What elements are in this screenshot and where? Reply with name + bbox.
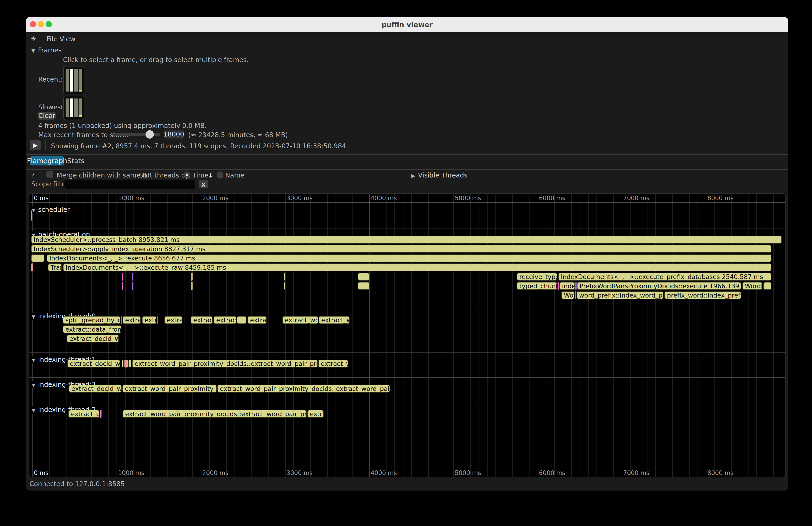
scope-bar[interactable]: receive_typed_ [517,273,557,281]
sort-name-radio[interactable] [217,172,223,178]
scope-bar[interactable] [122,273,123,281]
max-frames-value[interactable]: 18000 [164,130,184,138]
scope-bar[interactable]: Word [561,291,575,299]
axis-tick-label: 7000 ms [623,469,649,477]
scope-bar[interactable]: Trans [48,263,62,271]
scope-bar-label: word_prefix::index_word_prefix_ [577,292,663,299]
scope-bar[interactable]: extract_word_pair_proximity_docids::extr… [132,360,318,367]
scope-bar[interactable]: extrac [307,410,324,418]
flamegraph-panel[interactable]: 0 ms0 ms1000 ms1000 ms2000 ms2000 ms3000… [29,193,786,477]
scope-bar[interactable]: prefix_word::index_prefix_wo [664,291,741,299]
scope-bar[interactable] [284,273,285,281]
merge-children-checkbox[interactable] [46,171,53,178]
scope-bar[interactable] [575,291,576,299]
scope-bar[interactable] [191,282,192,290]
scope-bar[interactable] [31,254,44,262]
scope-bar[interactable] [557,282,559,290]
scope-bar[interactable]: extract_wo [319,316,350,324]
controls-separator [134,171,134,179]
scope-bar[interactable] [128,360,131,367]
divider [26,154,788,155]
scope-bar[interactable] [763,282,771,290]
sort-time-radio[interactable] [184,172,190,178]
scope-bar[interactable]: extra [142,316,156,324]
scope-bar[interactable] [100,410,102,418]
scope-bar[interactable]: IndexDocuments<_, _>::execute 8656.677 m… [47,254,771,262]
frame-thumbnail-bar[interactable] [78,99,82,117]
visible-threads-header[interactable]: ▶Visible Threads [411,172,467,179]
visible-threads-label: Visible Threads [418,172,467,179]
scope-bar[interactable] [132,273,133,281]
sort-direction-icon[interactable]: ⬇ [208,172,213,179]
thread-header-scheduler[interactable]: ▼scheduler [31,206,73,214]
scope-bar[interactable] [121,316,122,324]
scope-bar[interactable]: extract_word_pair_proximity_docids::extr… [217,385,390,393]
scope-bar[interactable]: extract_docid_word [67,335,119,342]
sort-name-label[interactable]: Name [225,172,245,179]
scope-bar-label: IndexDocuments<_, _>::execute_prefix_dat… [559,273,771,280]
tab-flamegraph[interactable]: Flamegraph [30,156,64,165]
tab-stats[interactable]: Stats [68,156,84,165]
frame-thumbnail-bar[interactable] [74,99,78,117]
max-frames-slider-knob[interactable] [146,130,154,138]
frame-thumbnail-bar[interactable] [74,69,78,91]
recent-frames-thumbnail[interactable] [63,66,84,94]
scope-bar[interactable]: index [560,282,575,290]
scope-bar[interactable]: WordPr [742,282,762,290]
frame-thumbnail-bar[interactable] [70,69,73,91]
scope-bar[interactable]: IndexDocuments<_, _>::execute_prefix_dat… [558,273,771,281]
help-button[interactable]: ? [31,172,35,179]
scope-bar[interactable]: extrac [164,316,183,324]
scope-bar[interactable]: extract_ [214,316,236,324]
scope-bar[interactable] [284,282,285,290]
clear-button[interactable]: Clear [38,112,56,120]
scope-bar[interactable]: IndexScheduler>::apply_index_operation 8… [31,245,771,253]
frame-thumbnail-bar[interactable] [66,69,69,91]
scope-bar-label: Trans [48,264,61,271]
scope-bar[interactable]: extract [122,316,141,324]
scope-bar[interactable] [576,282,577,290]
scope-bar[interactable]: split_grenad_by_chun [63,316,120,324]
frame-thumbnail-bar[interactable] [66,99,69,117]
sort-time-label[interactable]: Time [192,172,208,179]
scope-bar[interactable]: extract [247,316,267,324]
frames-section-header[interactable]: ▼Frames [31,46,62,54]
scope-bar[interactable] [132,282,133,290]
scope-filter-clear-button[interactable]: x [199,180,208,188]
scope-bar[interactable]: IndexDocuments<_, _>::execute_raw 8459.1… [63,263,771,271]
scope-bar[interactable]: extract_word [282,316,318,324]
scope-bar[interactable] [358,282,370,290]
scope-filter-input[interactable] [64,180,195,189]
scope-bar[interactable] [157,316,158,324]
menu-file[interactable]: File [46,35,58,43]
play-button[interactable]: ▶ [30,140,41,150]
scope-bar[interactable] [125,360,128,367]
scope-bar-label: Word [562,292,574,299]
scope-bar[interactable]: extract_word_pair_proximity_docids::extr… [122,410,307,418]
menu-view[interactable]: View [60,35,75,43]
theme-toggle-icon[interactable]: ☀ [30,34,37,43]
scope-bar[interactable]: extract_docid_word [69,385,122,393]
scope-bar[interactable]: PrefixWordPairsProximityDocids::execute … [577,282,741,290]
slowest-frames-thumbnail[interactable] [63,96,84,120]
merge-children-label[interactable]: Merge children with same ID [57,172,149,179]
scope-bar[interactable]: IndexScheduler>::process_batch 8953.821 … [31,236,782,244]
thread-name: scheduler [38,206,70,214]
frame-thumbnail-bar[interactable] [70,99,73,117]
scope-bar[interactable]: extract_wo [318,360,348,367]
scope-bar[interactable]: extract::data_from_ob [63,325,121,333]
scope-bar[interactable] [191,273,192,281]
scope-bar[interactable]: extract_word_pair_proximity_docids [122,385,217,393]
frame-thumbnail-bar[interactable] [78,69,82,91]
scope-bar[interactable]: word_prefix::index_word_prefix_ [577,291,664,299]
scope-bar[interactable]: extract_ [191,316,213,324]
scope-bar[interactable] [122,282,123,290]
scope-bar[interactable]: extract_doc [68,410,99,418]
scope-bar[interactable] [358,273,369,281]
scope-bar[interactable] [31,263,33,271]
scope-bar[interactable] [237,316,246,324]
scope-bar[interactable] [122,360,124,367]
scope-bar[interactable]: extract_docid_word [67,360,120,367]
scope-bar[interactable] [31,210,32,221]
scope-bar[interactable]: typed_chunk::w [517,282,557,290]
